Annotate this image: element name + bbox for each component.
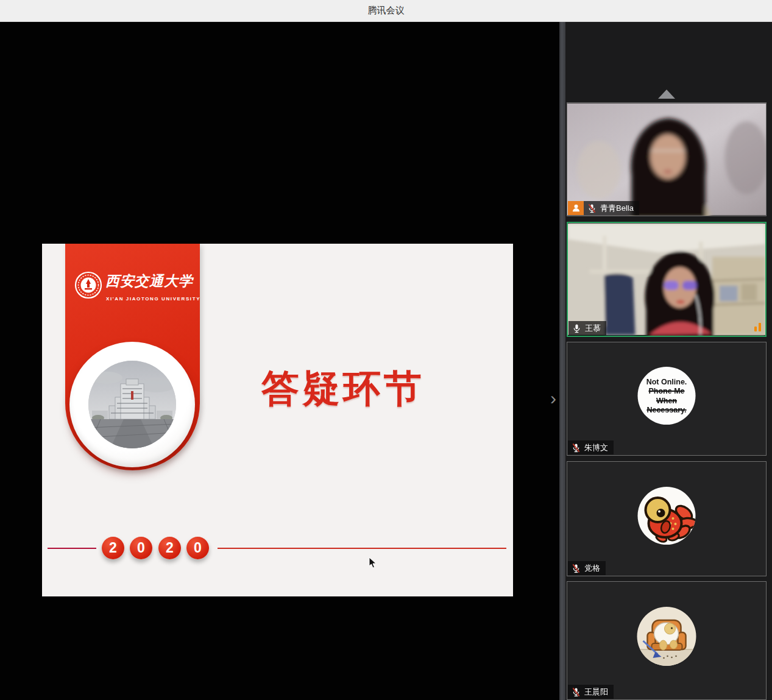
participant-name: 王慕 [585,323,601,334]
avatar: Not Online. Phone Me When Necessary. [638,367,696,425]
goldfish-drawing [638,487,696,545]
name-badge: 朱博文 [568,440,614,454]
year-digit: 0 [130,537,152,559]
participant-tile[interactable]: 王晨阳 [567,581,767,700]
sidebar-collapse-chevron[interactable]: › [547,388,560,409]
video-feed [568,223,765,336]
participant-name: 党格 [584,563,600,574]
mic-muted-icon [587,203,597,213]
mic-muted-icon [572,687,581,697]
year-digit: 0 [186,537,209,559]
participant-name: 王晨阳 [584,687,608,698]
person-icon [572,203,581,213]
slide-title: 答疑环节 [261,363,425,414]
host-badge [568,201,584,215]
year-divider-left [48,548,96,549]
year-digit: 2 [158,537,181,559]
name-badge: 王晨阳 [568,685,614,699]
window-title: 腾讯会议 [368,5,405,16]
screen-share-area: 西安交通大学 XI'AN JIAOTONG UNIVERSITY [0,22,559,700]
participant-name: 青青Bella [600,203,634,214]
name-badge: 青青Bella [584,201,639,215]
duck-on-armchair-drawing [637,607,696,666]
presentation-slide: 西安交通大学 XI'AN JIAOTONG UNIVERSITY [42,244,513,596]
name-badge: 党格 [568,561,606,575]
campus-photo [88,361,176,448]
participant-tile[interactable]: 青青Bella [567,102,767,216]
avatar [637,607,696,666]
year-digit: 2 [102,537,124,559]
university-name-cn: 西安交通大学 [105,272,197,291]
mouse-cursor [369,557,377,569]
xjtu-seal-icon [74,270,103,300]
volume-indicator-icon [754,323,761,331]
avatar-text-line: When [656,397,677,406]
mic-muted-icon [572,564,581,573]
slide-red-ribbon: 西安交通大学 XI'AN JIAOTONG UNIVERSITY [65,244,200,470]
mic-muted-icon [572,443,581,453]
avatar-text-line: Necessary. [646,406,686,415]
avatar-text-line: Not Online. [646,378,687,387]
participant-tile[interactable]: Not Online. Phone Me When Necessary. 朱博文 [567,342,767,456]
window-titlebar[interactable]: 腾讯会议 [0,0,772,22]
university-name-en: XI'AN JIAOTONG UNIVERSITY [106,296,200,302]
meeting-window: 腾讯会议 西安交通大学 XI'AN JIAOTONG UNIVERSITY [0,0,772,700]
video-feed [567,103,766,216]
avatar [638,487,696,545]
name-badge: 王慕 [568,321,606,335]
emblem-ring [69,342,195,467]
participant-name: 朱博文 [584,442,608,453]
avatar-text-line: Phone Me [648,387,684,397]
year-divider-right [218,548,506,549]
participant-tile[interactable]: 党格 [567,461,767,576]
participant-tile-active[interactable]: 王慕 [567,222,767,337]
triangle-up-icon[interactable] [658,90,675,99]
mic-icon [572,323,581,333]
panel-divider[interactable] [559,22,565,700]
